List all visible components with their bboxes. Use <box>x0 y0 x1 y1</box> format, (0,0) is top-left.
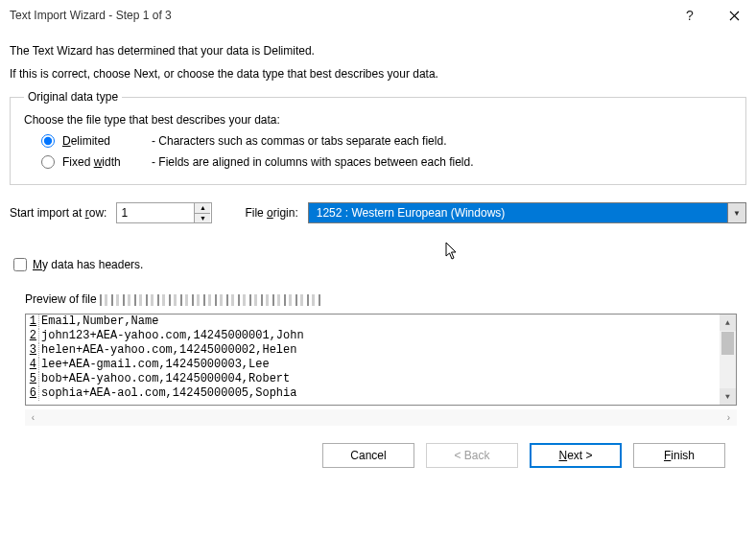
scroll-up-icon[interactable]: ▲ <box>720 315 736 331</box>
start-row-label: Start import at row: <box>10 206 106 220</box>
scroll-left-icon[interactable]: ‹ <box>25 409 41 426</box>
close-button[interactable] <box>712 0 756 31</box>
close-icon <box>729 11 740 21</box>
window-title: Text Import Wizard - Step 1 of 3 <box>10 9 668 22</box>
scroll-thumb[interactable] <box>721 332 734 355</box>
intro-line-2: If this is correct, choose Next, or choo… <box>10 67 746 81</box>
start-row-input[interactable] <box>117 203 194 222</box>
preview-line: 4lee+AEA-gmail.com,14245000003,Lee <box>26 358 736 372</box>
scroll-down-icon[interactable]: ▼ <box>720 388 736 405</box>
delimited-label: Delimited <box>62 134 144 148</box>
preview-horizontal-scrollbar[interactable]: ‹ › <box>25 409 737 426</box>
preview-label: Preview of file <box>25 292 746 306</box>
preview-box: 1Email,Number,Name 2john123+AEA-yahoo.co… <box>25 314 737 406</box>
titlebar: Text Import Wizard - Step 1 of 3 ? <box>0 0 756 31</box>
chevron-down-icon[interactable]: ▼ <box>727 202 746 223</box>
group-legend: Original data type <box>24 90 122 104</box>
preview-line: 6sophia+AEA-aol.com,14245000005,Sophia <box>26 386 736 401</box>
my-data-has-headers-checkbox[interactable] <box>13 258 27 271</box>
original-data-type-group: Original data type Choose the file type … <box>10 90 746 185</box>
preview-line: 3helen+AEA-yahoo.com,14245000002,Helen <box>26 343 736 358</box>
my-data-has-headers-label: My data has headers. <box>33 258 143 271</box>
delimited-desc: - Characters such as commas or tabs sepa… <box>152 134 446 148</box>
next-button[interactable]: Next > <box>530 443 622 468</box>
preview-vertical-scrollbar[interactable]: ▲ ▼ <box>720 315 736 405</box>
fixed-width-label: Fixed width <box>62 155 144 169</box>
finish-button[interactable]: Finish <box>633 443 725 468</box>
file-origin-select[interactable]: 1252 : Western European (Windows) ▼ <box>308 202 746 223</box>
file-origin-value: 1252 : Western European (Windows) <box>308 202 727 223</box>
intro-line-1: The Text Wizard has determined that your… <box>10 44 746 58</box>
start-row-spinner[interactable]: ▲ ▼ <box>116 202 212 223</box>
cancel-button[interactable]: Cancel <box>322 443 414 468</box>
spinner-up-icon[interactable]: ▲ <box>195 203 210 214</box>
fixed-width-desc: - Fields are aligned in columns with spa… <box>152 155 474 169</box>
help-button[interactable]: ? <box>668 0 712 31</box>
preview-filename-blur <box>100 294 320 306</box>
preview-line: 2john123+AEA-yahoo.com,14245000001,John <box>26 329 736 343</box>
group-prompt: Choose the file type that best describes… <box>24 113 732 127</box>
scroll-right-icon[interactable]: › <box>721 409 737 426</box>
spinner-down-icon[interactable]: ▼ <box>195 214 210 223</box>
preview-line: 5bob+AEA-yahoo.com,14245000004,Robert <box>26 372 736 386</box>
file-origin-label: File origin: <box>245 206 297 220</box>
button-row: Cancel < Back Next > Finish <box>10 426 746 468</box>
fixed-width-radio[interactable] <box>41 155 55 169</box>
delimited-radio[interactable] <box>41 134 55 148</box>
back-button: < Back <box>426 443 518 468</box>
preview-line: 1Email,Number,Name <box>26 315 736 329</box>
